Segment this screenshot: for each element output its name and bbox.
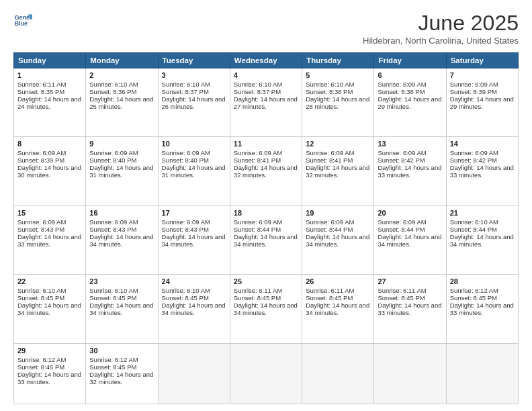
calendar-cell: 6 Sunrise: 6:09 AM Sunset: 8:38 PM Dayli…	[374, 68, 446, 137]
sunrise-text: Sunrise: 6:09 AM	[162, 218, 210, 226]
sunset-text: Sunset: 8:43 PM	[162, 226, 209, 233]
calendar-cell: 4 Sunrise: 6:10 AM Sunset: 8:37 PM Dayli…	[230, 68, 302, 137]
daylight-text: Daylight: 14 hours and 32 minutes.	[234, 164, 298, 179]
sunset-text: Sunset: 8:45 PM	[89, 363, 136, 371]
sunset-text: Sunset: 8:44 PM	[378, 226, 425, 233]
sunset-text: Sunset: 8:44 PM	[450, 226, 497, 233]
calendar-cell: 10 Sunrise: 6:09 AM Sunset: 8:40 PM Dayl…	[158, 137, 230, 205]
day-number: 9	[89, 140, 154, 148]
calendar-cell: 28 Sunrise: 6:12 AM Sunset: 8:45 PM Dayl…	[446, 275, 518, 343]
calendar-cell: 2 Sunrise: 6:10 AM Sunset: 8:36 PM Dayli…	[86, 68, 158, 137]
sunset-text: Sunset: 8:43 PM	[89, 226, 136, 233]
sunset-text: Sunset: 8:38 PM	[378, 88, 425, 95]
daylight-text: Daylight: 14 hours and 24 minutes.	[17, 95, 81, 110]
daylight-text: Daylight: 14 hours and 30 minutes.	[17, 164, 81, 179]
day-number: 2	[89, 71, 154, 79]
sunset-text: Sunset: 8:45 PM	[378, 294, 425, 302]
calendar-cell: 30 Sunrise: 6:12 AM Sunset: 8:45 PM Dayl…	[86, 343, 158, 404]
daylight-text: Daylight: 14 hours and 33 minutes.	[450, 302, 514, 316]
sunrise-text: Sunrise: 6:12 AM	[17, 356, 66, 363]
week-row-2: 8 Sunrise: 6:09 AM Sunset: 8:39 PM Dayli…	[14, 137, 519, 205]
calendar-cell: 29 Sunrise: 6:12 AM Sunset: 8:45 PM Dayl…	[14, 343, 86, 404]
daylight-text: Daylight: 14 hours and 34 minutes.	[162, 233, 226, 248]
sunset-text: Sunset: 8:45 PM	[162, 294, 209, 302]
day-number: 24	[162, 277, 226, 285]
day-number: 8	[17, 140, 82, 148]
daylight-text: Daylight: 14 hours and 33 minutes.	[17, 371, 81, 385]
calendar-cell: 3 Sunrise: 6:10 AM Sunset: 8:37 PM Dayli…	[158, 68, 230, 137]
sunrise-text: Sunrise: 6:10 AM	[450, 218, 498, 226]
day-number: 19	[306, 209, 370, 217]
day-number: 4	[234, 71, 298, 79]
calendar-cell: 27 Sunrise: 6:11 AM Sunset: 8:45 PM Dayl…	[374, 275, 446, 343]
week-row-1: 1 Sunrise: 6:11 AM Sunset: 8:35 PM Dayli…	[14, 68, 519, 137]
sunset-text: Sunset: 8:38 PM	[306, 88, 353, 95]
sunrise-text: Sunrise: 6:10 AM	[89, 81, 138, 88]
day-number: 5	[306, 71, 370, 79]
day-number: 7	[450, 71, 515, 79]
daylight-text: Daylight: 14 hours and 33 minutes.	[378, 302, 441, 316]
sunset-text: Sunset: 8:41 PM	[306, 156, 353, 164]
sunrise-text: Sunrise: 6:10 AM	[306, 81, 354, 88]
daylight-text: Daylight: 14 hours and 34 minutes.	[162, 302, 226, 316]
day-number: 1	[17, 71, 82, 79]
day-number: 22	[17, 277, 82, 285]
sunset-text: Sunset: 8:45 PM	[17, 294, 64, 302]
sunset-text: Sunset: 8:37 PM	[234, 88, 281, 95]
sunrise-text: Sunrise: 6:09 AM	[378, 149, 426, 156]
sunrise-text: Sunrise: 6:09 AM	[306, 149, 354, 156]
daylight-text: Daylight: 14 hours and 33 minutes.	[17, 233, 81, 248]
sunrise-text: Sunrise: 6:11 AM	[378, 287, 426, 294]
calendar-cell	[158, 343, 230, 404]
daylight-text: Daylight: 14 hours and 34 minutes.	[234, 302, 298, 316]
daylight-text: Daylight: 14 hours and 31 minutes.	[162, 164, 226, 179]
daylight-text: Daylight: 14 hours and 33 minutes.	[378, 164, 441, 179]
calendar-cell: 22 Sunrise: 6:10 AM Sunset: 8:45 PM Dayl…	[14, 275, 86, 343]
calendar-cell: 15 Sunrise: 6:09 AM Sunset: 8:43 PM Dayl…	[14, 205, 86, 274]
calendar-cell: 24 Sunrise: 6:10 AM Sunset: 8:45 PM Dayl…	[158, 275, 230, 343]
calendar-cell: 23 Sunrise: 6:10 AM Sunset: 8:45 PM Dayl…	[86, 275, 158, 343]
sunrise-text: Sunrise: 6:09 AM	[162, 149, 210, 156]
sunrise-text: Sunrise: 6:12 AM	[89, 356, 138, 363]
calendar-cell	[302, 343, 374, 404]
sunrise-text: Sunrise: 6:09 AM	[89, 149, 138, 156]
daylight-text: Daylight: 14 hours and 27 minutes.	[234, 95, 298, 110]
sunset-text: Sunset: 8:42 PM	[378, 156, 425, 164]
sunset-text: Sunset: 8:44 PM	[234, 226, 281, 233]
day-number: 20	[378, 209, 442, 217]
sunrise-text: Sunrise: 6:09 AM	[234, 149, 282, 156]
day-number: 16	[89, 209, 154, 217]
daylight-text: Daylight: 14 hours and 32 minutes.	[89, 371, 153, 385]
calendar-table: SundayMondayTuesdayWednesdayThursdayFrid…	[13, 52, 519, 404]
calendar-header-row: SundayMondayTuesdayWednesdayThursdayFrid…	[14, 53, 519, 68]
calendar-cell	[374, 343, 446, 404]
calendar-cell: 26 Sunrise: 6:11 AM Sunset: 8:45 PM Dayl…	[302, 275, 374, 343]
calendar-cell	[446, 343, 518, 404]
column-header-wednesday: Wednesday	[230, 53, 302, 68]
sunset-text: Sunset: 8:39 PM	[450, 88, 497, 95]
daylight-text: Daylight: 14 hours and 34 minutes.	[234, 233, 298, 248]
title-block: June 2025 Hildebran, North Carolina, Uni…	[363, 11, 519, 46]
calendar-cell: 19 Sunrise: 6:09 AM Sunset: 8:44 PM Dayl…	[302, 205, 374, 274]
sunset-text: Sunset: 8:37 PM	[162, 88, 209, 95]
day-number: 6	[378, 71, 442, 79]
sunset-text: Sunset: 8:44 PM	[306, 226, 353, 233]
day-number: 25	[234, 277, 298, 285]
sunset-text: Sunset: 8:42 PM	[450, 156, 497, 164]
calendar-cell: 8 Sunrise: 6:09 AM Sunset: 8:39 PM Dayli…	[14, 137, 86, 205]
sunset-text: Sunset: 8:45 PM	[450, 294, 497, 302]
sunset-text: Sunset: 8:45 PM	[306, 294, 353, 302]
sunrise-text: Sunrise: 6:09 AM	[306, 218, 354, 226]
sunset-text: Sunset: 8:45 PM	[17, 363, 64, 371]
day-number: 13	[378, 140, 442, 148]
day-number: 27	[378, 277, 442, 285]
column-header-tuesday: Tuesday	[158, 53, 230, 68]
sunrise-text: Sunrise: 6:09 AM	[89, 218, 138, 226]
daylight-text: Daylight: 14 hours and 33 minutes.	[450, 164, 514, 179]
daylight-text: Daylight: 14 hours and 34 minutes.	[89, 233, 153, 248]
page: General Blue June 2025 Hildebran, North …	[0, 0, 532, 411]
sunrise-text: Sunrise: 6:10 AM	[234, 81, 282, 88]
logo: General Blue	[13, 11, 32, 30]
column-header-thursday: Thursday	[302, 53, 374, 68]
calendar-cell: 17 Sunrise: 6:09 AM Sunset: 8:43 PM Dayl…	[158, 205, 230, 274]
